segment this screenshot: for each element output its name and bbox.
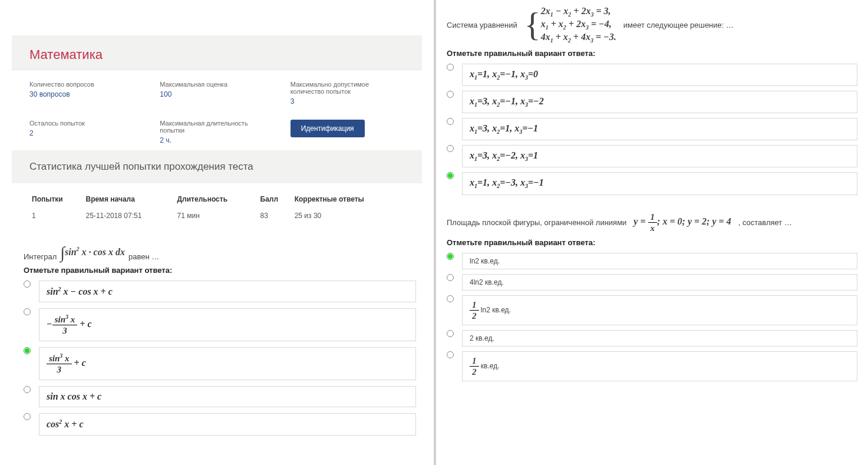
radio-icon[interactable] [447, 253, 454, 260]
page-title-band: Математика [12, 35, 422, 70]
q3-option-3[interactable]: 2 кв.ед. [447, 330, 857, 347]
question-text: Система уравнений { 2x1 − x2 + 2x3 = 3, … [447, 6, 857, 44]
option-box: 2 кв.ед. [462, 330, 857, 347]
answer-instruction: Отметьте правильный вариант ответа: [447, 238, 857, 247]
radio-icon[interactable] [447, 351, 454, 358]
radio-icon[interactable] [24, 281, 31, 288]
option-formula: x1=3, x2=−1, x3=−2 [470, 96, 544, 108]
right-column: Система уравнений { 2x1 − x2 + 2x3 = 3, … [436, 0, 868, 465]
q3-options: ln2 кв.ед. 4ln2 кв.ед. 12 ln2 кв.ед. 2 к… [447, 253, 857, 381]
option-text: ln2 кв.ед. [481, 306, 511, 314]
col-start: Время начала [84, 192, 175, 207]
option-box: x1=3, x2=−1, x3=−2 [462, 91, 857, 113]
q2-prefix: Система уравнений [447, 21, 517, 29]
col-score: Балл [258, 192, 292, 207]
attempts-table-wrap: Попытки Время начала Длительность Балл К… [12, 183, 422, 233]
cell-duration: 71 мин [175, 207, 258, 225]
option-text: ln2 кв.ед. [470, 257, 500, 265]
table-header-row: Попытки Время начала Длительность Балл К… [29, 192, 404, 207]
q1-options: sin2 x − cos x + c −sin3 x3 + c sin3 x3 … [24, 281, 416, 436]
table-row: 1 25-11-2018 07:51 71 мин 83 25 из 30 [29, 207, 404, 225]
cell-score: 83 [258, 207, 292, 225]
radio-icon[interactable] [447, 64, 454, 71]
q3-option-2[interactable]: 12 ln2 кв.ед. [447, 295, 857, 325]
option-box: sin x cos x + c [39, 386, 416, 407]
q3-option-0[interactable]: ln2 кв.ед. [447, 253, 857, 269]
option-formula: cos2 x + c [47, 418, 84, 430]
option-text: 2 кв.ед. [470, 334, 494, 342]
q1-option-1[interactable]: −sin3 x3 + c [24, 308, 416, 341]
option-text: кв.ед. [481, 362, 500, 370]
stats-heading: Статистика лучшей попытки прохождения те… [29, 161, 404, 173]
q3-prefix: Площадь плоской фигуры, ограниченной лин… [447, 218, 626, 227]
question-2: Система уравнений { 2x1 − x2 + 2x3 = 3, … [447, 6, 857, 195]
option-box: x1=1, x2=−3, x3=−1 [462, 172, 857, 194]
option-box: ln2 кв.ед. [462, 253, 857, 269]
question-1: Интеграл ∫sin2 x · cos x dx равен … Отме… [24, 245, 416, 436]
q2-option-0[interactable]: x1=1, x2=−1, x3=0 [447, 64, 857, 86]
info-max-duration: Максимальная длительность попытки 2 ч. [160, 120, 273, 144]
info-label: Максимально допустимое количество попыто… [291, 81, 404, 95]
info-value: 2 [29, 129, 143, 137]
radio-icon[interactable] [447, 172, 454, 179]
q2-option-1[interactable]: x1=3, x2=−1, x3=−2 [447, 91, 857, 113]
info-label: Осталось попыток [29, 120, 143, 127]
option-box: 4ln2 кв.ед. [462, 274, 857, 291]
q3-curves: y = 1x; x = 0; y = 2; y = 4 [633, 212, 731, 233]
radio-icon[interactable] [24, 347, 31, 354]
option-box: x1=3, x2=−2, x3=1 [462, 145, 857, 167]
option-box: −sin3 x3 + c [39, 308, 416, 341]
radio-icon[interactable] [447, 91, 454, 98]
option-box: cos2 x + c [39, 413, 416, 435]
col-correct: Корректные ответы [292, 192, 404, 207]
left-column: Математика Количество вопросов 30 вопрос… [0, 0, 436, 465]
option-formula: sin x cos x + c [47, 391, 101, 402]
info-max-attempts: Максимально допустимое количество попыто… [291, 81, 404, 105]
col-duration: Длительность [175, 192, 258, 207]
radio-icon[interactable] [447, 274, 454, 281]
question-3: Площадь плоской фигуры, ограниченной лин… [447, 212, 857, 381]
identification-button[interactable]: Идентификация [291, 120, 365, 137]
info-max-score: Максимальная оценка 100 [160, 81, 273, 98]
answer-instruction: Отметьте правильный вариант ответа: [24, 266, 416, 275]
question-text: Интеграл ∫sin2 x · cos x dx равен … [24, 245, 416, 261]
q1-option-2[interactable]: sin3 x3 + c [24, 347, 416, 380]
option-formula: 12 [470, 299, 479, 321]
radio-icon[interactable] [24, 386, 31, 393]
q2-option-3[interactable]: x1=3, x2=−2, x3=1 [447, 145, 857, 167]
stats-heading-band: Статистика лучшей попытки прохождения те… [12, 150, 422, 183]
radio-icon[interactable] [447, 330, 454, 337]
option-box: x1=1, x2=−1, x3=0 [462, 64, 857, 86]
q1-suffix: равен … [128, 252, 159, 261]
radio-icon[interactable] [447, 118, 454, 125]
info-value: 3 [291, 97, 404, 105]
q3-option-4[interactable]: 12 кв.ед. [447, 351, 857, 381]
q2-option-4[interactable]: x1=1, x2=−3, x3=−1 [447, 172, 857, 194]
q1-integral: ∫sin2 x · cos x dx [60, 245, 125, 261]
option-formula: sin3 x3 + c [47, 352, 86, 375]
attempts-table: Попытки Время начала Длительность Балл К… [29, 192, 404, 225]
q2-option-2[interactable]: x1=3, x2=1, x3=−1 [447, 118, 857, 140]
q1-option-3[interactable]: sin x cos x + c [24, 386, 416, 407]
radio-icon[interactable] [447, 145, 454, 152]
q1-option-4[interactable]: cos2 x + c [24, 413, 416, 435]
col-attempts: Попытки [29, 192, 84, 207]
radio-icon[interactable] [24, 413, 31, 420]
answer-instruction: Отметьте правильный вариант ответа: [447, 49, 857, 58]
option-box: 12 ln2 кв.ед. [462, 295, 857, 325]
radio-icon[interactable] [24, 308, 31, 315]
q1-prefix: Интеграл [24, 252, 57, 261]
q3-option-1[interactable]: 4ln2 кв.ед. [447, 274, 857, 291]
radio-icon[interactable] [447, 295, 454, 302]
cell-start: 25-11-2018 07:51 [84, 207, 175, 225]
q1-option-0[interactable]: sin2 x − cos x + c [24, 281, 416, 302]
info-label: Количество вопросов [29, 81, 143, 88]
info-label: Максимальная длительность попытки [160, 120, 273, 134]
question-text: Площадь плоской фигуры, ограниченной лин… [447, 212, 857, 233]
info-value: 2 ч. [160, 136, 273, 144]
cell-attempts: 1 [29, 207, 84, 225]
test-info-panel: Количество вопросов 30 вопросов Максимал… [12, 70, 422, 150]
option-formula: x1=3, x2=1, x3=−1 [470, 123, 538, 135]
info-label: Максимальная оценка [160, 81, 273, 88]
option-box: x1=3, x2=1, x3=−1 [462, 118, 857, 140]
